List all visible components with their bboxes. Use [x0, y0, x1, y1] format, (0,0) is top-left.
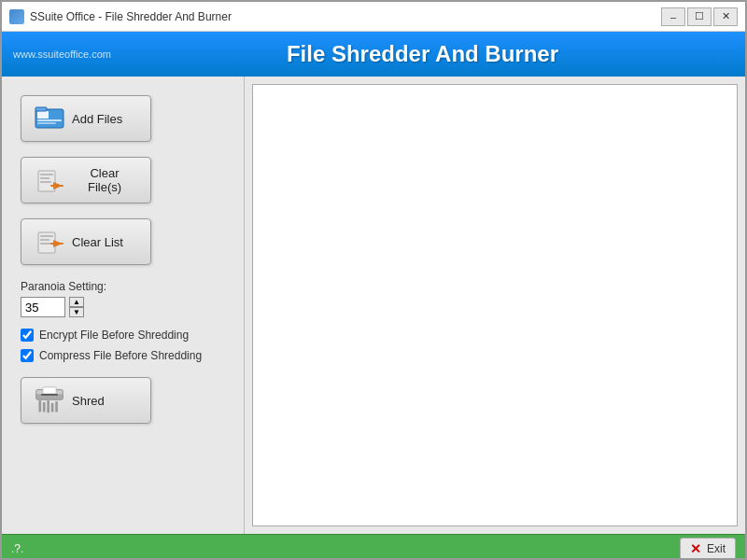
- svg-rect-21: [47, 400, 49, 413]
- title-bar-text: SSuite Office - File Shredder And Burner: [30, 10, 661, 23]
- file-list-area: [252, 84, 738, 526]
- exit-label: Exit: [707, 542, 726, 555]
- svg-rect-25: [41, 394, 58, 396]
- paranoia-up-button[interactable]: ▲: [69, 297, 84, 307]
- clear-list-icon: [35, 227, 64, 257]
- status-text: .?.: [11, 542, 23, 555]
- svg-rect-20: [43, 402, 46, 413]
- status-bar: .?. ✕ Exit: [2, 534, 745, 560]
- encrypt-checkbox-row[interactable]: Encrypt File Before Shredding: [21, 329, 225, 342]
- website-label: www.ssuiteoffice.com: [13, 49, 111, 60]
- shred-icon: [35, 385, 64, 415]
- svg-rect-4: [35, 107, 47, 111]
- paranoia-down-button[interactable]: ▼: [69, 307, 84, 317]
- shred-button[interactable]: Shred: [21, 377, 151, 424]
- clear-files-icon: [35, 165, 64, 195]
- svg-rect-12: [40, 235, 53, 237]
- app-title: File Shredder And Burner: [111, 41, 734, 67]
- main-content: Add Files Clear File(s): [2, 77, 745, 534]
- clear-list-label: Clear List: [72, 235, 123, 249]
- add-files-label: Add Files: [72, 112, 122, 126]
- close-button[interactable]: ✕: [713, 7, 738, 26]
- right-panel: [245, 77, 745, 534]
- svg-rect-23: [55, 401, 58, 413]
- clear-files-button[interactable]: Clear File(s): [21, 157, 151, 203]
- compress-checkbox[interactable]: [21, 349, 34, 362]
- paranoia-label: Paranoia Setting:: [21, 280, 225, 293]
- title-bar-controls: – ☐ ✕: [661, 7, 738, 26]
- header-bar: www.ssuiteoffice.com File Shredder And B…: [2, 32, 745, 77]
- minimize-button[interactable]: –: [661, 7, 685, 26]
- svg-rect-10: [50, 185, 63, 187]
- compress-checkbox-row[interactable]: Compress File Before Shredding: [21, 349, 225, 362]
- exit-button[interactable]: ✕ Exit: [680, 538, 736, 560]
- left-panel: Add Files Clear File(s): [2, 77, 245, 534]
- svg-rect-16: [50, 243, 63, 245]
- shred-label: Shred: [72, 394, 105, 408]
- add-files-button[interactable]: Add Files: [21, 95, 151, 142]
- paranoia-section: Paranoia Setting: ▲ ▼: [21, 280, 225, 317]
- title-bar: SSuite Office - File Shredder And Burner…: [2, 2, 745, 32]
- svg-rect-3: [37, 122, 56, 124]
- svg-rect-1: [37, 111, 49, 119]
- svg-rect-7: [40, 177, 49, 179]
- maximize-button[interactable]: ☐: [687, 7, 712, 26]
- paranoia-input-row: ▲ ▼: [21, 297, 225, 317]
- svg-rect-22: [51, 403, 54, 413]
- paranoia-spinner: ▲ ▼: [69, 297, 84, 317]
- svg-rect-2: [37, 119, 62, 121]
- svg-rect-24: [43, 387, 56, 394]
- exit-icon: ✕: [690, 541, 701, 556]
- svg-rect-8: [40, 181, 51, 183]
- encrypt-checkbox[interactable]: [21, 329, 34, 342]
- app-icon: [9, 9, 24, 24]
- svg-rect-14: [40, 243, 51, 245]
- svg-rect-6: [40, 174, 53, 175]
- add-files-icon: [35, 104, 64, 133]
- paranoia-input[interactable]: [21, 297, 65, 317]
- svg-rect-13: [40, 239, 49, 241]
- compress-label: Compress File Before Shredding: [39, 349, 202, 362]
- svg-rect-19: [38, 400, 41, 412]
- clear-files-label: Clear File(s): [72, 166, 137, 194]
- clear-list-button[interactable]: Clear List: [21, 218, 151, 265]
- encrypt-label: Encrypt File Before Shredding: [39, 329, 189, 342]
